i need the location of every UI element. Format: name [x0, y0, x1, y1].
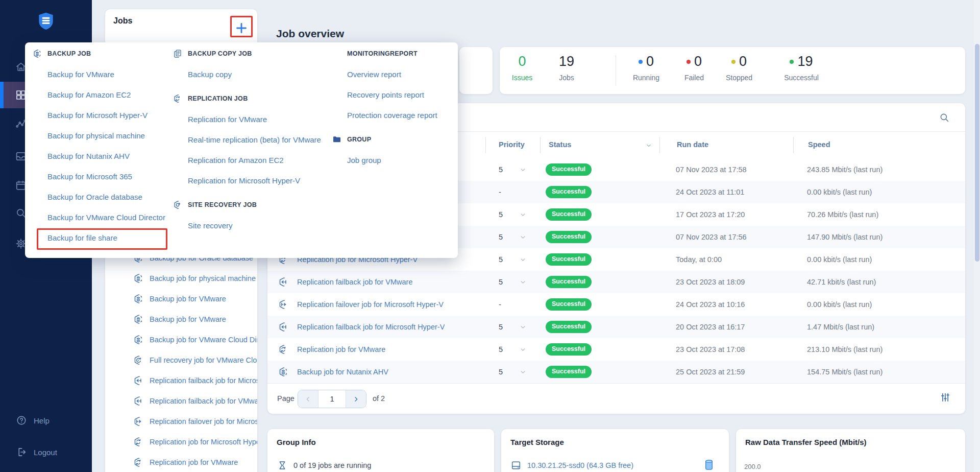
- job-list-item[interactable]: Backup job for physical machine: [105, 268, 257, 289]
- failback-icon: [278, 276, 289, 288]
- menu-item-replication-for-vmware[interactable]: Replication for VMware: [173, 109, 326, 129]
- job-name-link[interactable]: Replication failback job for VMware: [297, 271, 412, 293]
- group-info-text: 0 of 19 jobs are running: [293, 461, 371, 469]
- shield-logo[interactable]: [36, 9, 56, 33]
- job-list-item[interactable]: Backup job for VMware: [105, 289, 257, 309]
- chevron-down-icon: [519, 233, 527, 241]
- menu-item-site-recovery[interactable]: Site recovery: [173, 215, 326, 235]
- failover-icon: [278, 299, 289, 310]
- priority-expander-chevron-down-icon[interactable]: [519, 203, 527, 226]
- group-info-panel: Group Info 0 of 19 jobs are running: [267, 429, 494, 472]
- stats-divider: [616, 55, 616, 86]
- menu-item-replication-for-microsoft-hyper-v[interactable]: Replication for Microsoft Hyper-V: [173, 170, 326, 191]
- menu-item-overview-report[interactable]: Overview report: [332, 64, 452, 84]
- replication-icon: [133, 436, 144, 447]
- logout-icon: [16, 446, 27, 458]
- site-recovery-icon: [173, 200, 183, 210]
- page-total: of 2: [373, 394, 385, 403]
- job-list-item[interactable]: Backup job for VMware Cloud Direc: [105, 329, 257, 350]
- stat-value: 19: [559, 54, 574, 69]
- job-list-item[interactable]: Backup job for VMware: [105, 309, 257, 329]
- search-icon[interactable]: [939, 112, 950, 123]
- menu-item-protection-coverage-report[interactable]: Protection coverage report: [332, 105, 452, 125]
- stat-value: 0: [694, 54, 702, 69]
- menu-section-header: GROUP: [332, 129, 452, 150]
- job-name-link[interactable]: Backup job for Nutanix AHV: [297, 361, 388, 383]
- page-prev-button[interactable]: [298, 390, 318, 408]
- job-list-item[interactable]: Replication failover job for Microsof: [105, 411, 257, 432]
- job-name-link[interactable]: Replication failover job for Microsoft H…: [297, 293, 444, 316]
- page-next-button[interactable]: [346, 390, 366, 408]
- target-storage-title: Target Storage: [510, 438, 564, 446]
- stats-fragment-card: [459, 47, 493, 94]
- menu-section-header-label: GROUP: [347, 136, 371, 143]
- status-badge: Successful: [546, 186, 592, 198]
- job-list-item-label: Replication job for Microsoft Hyper-: [150, 438, 257, 446]
- menu-item-label: Backup for VMware Cloud Director: [47, 213, 165, 222]
- stat-label: Jobs: [536, 74, 597, 82]
- site-recovery-icon: [173, 200, 188, 210]
- menu-item-backup-for-microsoft-hyper-v[interactable]: Backup for Microsoft Hyper-V: [32, 105, 167, 125]
- menu-item-backup-for-nutanix-ahv[interactable]: Backup for Nutanix AHV: [32, 146, 167, 166]
- menu-item-label: Backup for Nutanix AHV: [47, 152, 130, 160]
- backup-job-icon: [133, 314, 144, 325]
- chevron-down-icon[interactable]: [645, 142, 652, 149]
- priority-value: 5: [499, 338, 503, 361]
- filter-icon[interactable]: [940, 392, 951, 403]
- job-name-link[interactable]: Replication job for VMware: [297, 338, 385, 361]
- priority-expander-chevron-down-icon[interactable]: [519, 338, 527, 361]
- backup-job-icon: [278, 366, 289, 377]
- menu-section-header: BACKUP COPY JOB: [173, 43, 326, 64]
- menu-item-job-group[interactable]: Job group: [332, 150, 452, 170]
- job-name-link[interactable]: Replication failback job for Microsoft H…: [297, 316, 445, 338]
- sidebar-logout-button[interactable]: Logout: [0, 442, 92, 462]
- menu-item-backup-copy[interactable]: Backup copy: [173, 64, 326, 84]
- status-cell: Successful: [546, 158, 592, 181]
- backup-job-icon: [278, 361, 289, 383]
- priority-expander-chevron-down-icon[interactable]: [519, 361, 527, 383]
- priority-expander-chevron-down-icon[interactable]: [519, 248, 527, 271]
- job-list-item-label: Replication failover job for Microsof: [150, 417, 257, 426]
- menu-item-backup-for-amazon-ec2[interactable]: Backup for Amazon EC2: [32, 84, 167, 105]
- page-current[interactable]: 1: [318, 390, 346, 408]
- menu-item-backup-for-vmware-cloud-director[interactable]: Backup for VMware Cloud Director: [32, 207, 167, 227]
- stat-value: 0: [646, 54, 654, 69]
- job-list-item[interactable]: Replication job for VMware: [105, 452, 257, 472]
- job-list-item-label: Replication job for VMware: [150, 458, 257, 466]
- menu-section-header-label: BACKUP COPY JOB: [188, 50, 252, 57]
- raw-speed-axis-max: 200.0: [744, 463, 761, 470]
- stat-stopped: 0Stopped: [708, 47, 770, 94]
- target-storage-link[interactable]: 10.30.21.25-ssd0 (64.3 GB free): [527, 461, 633, 469]
- menu-item-recovery-points-report[interactable]: Recovery points report: [332, 84, 452, 105]
- sidebar-help-button[interactable]: Help: [0, 410, 92, 431]
- priority-value: 5: [499, 361, 503, 383]
- failback-icon: [133, 395, 144, 407]
- menu-item-backup-for-physical-machine[interactable]: Backup for physical machine: [32, 125, 167, 146]
- menu-section-header: REPLICATION JOB: [173, 88, 326, 109]
- empty-icon-slot: [32, 110, 47, 120]
- column-divider: [793, 137, 794, 153]
- menu-item-backup-for-vmware[interactable]: Backup for VMware: [32, 64, 167, 84]
- run-date-value: 07 Nov 2023 at 17:56: [676, 226, 747, 248]
- priority-expander-chevron-down-icon[interactable]: [519, 316, 527, 338]
- menu-item-replication-for-amazon-ec2[interactable]: Replication for Amazon EC2: [173, 150, 326, 170]
- menu-item-backup-for-microsoft-365[interactable]: Backup for Microsoft 365: [32, 166, 167, 186]
- speed-value: 70.26 Mbit/s (last run): [807, 203, 878, 226]
- job-list-item[interactable]: Replication failback job for Microsof: [105, 370, 257, 391]
- menu-item-real-time-replication-beta-for-vmware[interactable]: Real-time replication (beta) for VMware: [173, 129, 326, 150]
- priority-expander-chevron-down-icon[interactable]: [519, 158, 527, 181]
- highlight-box-add-button: [230, 16, 253, 37]
- job-list-item[interactable]: Replication failback job for VMware: [105, 391, 257, 411]
- priority-expander-chevron-down-icon[interactable]: [519, 271, 527, 293]
- speed-value: 0.00 kbit/s (last run): [807, 181, 872, 203]
- job-list-item[interactable]: Full recovery job for VMware Cloud: [105, 350, 257, 370]
- priority-value: 5: [499, 271, 503, 293]
- priority-value: 5: [499, 158, 503, 181]
- speed-value: 147.90 Mbit/s (last run): [807, 226, 883, 248]
- menu-item-backup-for-oracle-database[interactable]: Backup for Oracle database: [32, 186, 167, 207]
- priority-expander-chevron-down-icon[interactable]: [519, 226, 527, 248]
- column-header-run-date: Run date: [677, 140, 708, 149]
- status-cell: Successful: [546, 203, 592, 226]
- job-list-item[interactable]: Replication job for Microsoft Hyper-: [105, 432, 257, 452]
- scrollbar-thumb[interactable]: [975, 44, 979, 262]
